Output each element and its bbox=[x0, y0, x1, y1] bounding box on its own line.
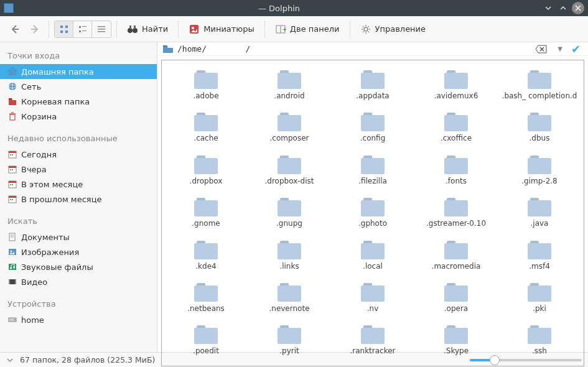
titlebar: — Dolphin bbox=[0, 0, 588, 16]
folder-item[interactable]: .dropbox-dist bbox=[249, 152, 330, 189]
folder-item[interactable]: .gphoto bbox=[332, 194, 413, 231]
folder-item[interactable]: .nv bbox=[332, 279, 413, 317]
minimize-button[interactable] bbox=[542, 2, 554, 14]
folder-item[interactable]: .gnupg bbox=[249, 194, 330, 231]
drive-icon bbox=[7, 315, 17, 325]
view-icons-button[interactable] bbox=[55, 21, 73, 37]
folder-item[interactable]: .Skype bbox=[416, 322, 497, 359]
folder-name: .netbeans bbox=[187, 304, 225, 313]
sidebar-item[interactable]: В этом месяце bbox=[0, 177, 157, 192]
folder-item[interactable]: .android bbox=[249, 67, 330, 104]
folder-item[interactable]: .nevernote bbox=[249, 279, 330, 317]
folder-item[interactable]: .dbus bbox=[499, 109, 580, 146]
folder-item[interactable]: .fonts bbox=[416, 152, 497, 189]
find-button[interactable]: Найти bbox=[122, 21, 173, 37]
folder-icon bbox=[528, 325, 551, 344]
control-button[interactable]: Управление bbox=[355, 21, 431, 37]
svg-rect-39 bbox=[12, 154, 13, 156]
sidebar-item-label: Сегодня bbox=[21, 150, 57, 159]
folder-item[interactable]: .links bbox=[249, 237, 330, 274]
folder-item[interactable]: .pki bbox=[499, 279, 580, 317]
svg-point-64 bbox=[14, 319, 16, 320]
folder-icon bbox=[361, 241, 385, 259]
zoom-slider[interactable] bbox=[470, 359, 582, 361]
svg-rect-2 bbox=[60, 30, 63, 33]
svg-rect-0 bbox=[60, 26, 63, 28]
view-details-button[interactable] bbox=[92, 21, 111, 37]
folder-item[interactable]: .opera bbox=[416, 279, 497, 317]
folder-item[interactable]: .macromedia bbox=[416, 237, 497, 274]
folder-name: .opera bbox=[444, 304, 468, 313]
chevron-down-icon bbox=[544, 4, 553, 12]
sidebar-item[interactable]: В прошлом месяце bbox=[0, 192, 157, 207]
path-dropdown-button[interactable]: ▼ bbox=[555, 45, 565, 52]
folder-icon bbox=[528, 113, 551, 131]
folder-item[interactable]: .netbeans bbox=[166, 279, 246, 317]
folder-item[interactable]: .gimp-2.8 bbox=[499, 152, 580, 189]
folder-item[interactable]: .dropbox bbox=[166, 152, 246, 189]
sidebar-item[interactable]: Корзина bbox=[0, 109, 157, 124]
sidebar-item[interactable]: Изображения bbox=[0, 244, 157, 259]
folder-item[interactable]: .gnome bbox=[166, 194, 246, 231]
separator bbox=[350, 21, 350, 38]
close-button[interactable] bbox=[572, 2, 584, 14]
sidebar-item[interactable]: Сегодня bbox=[0, 147, 157, 162]
sidebar-item[interactable]: Домашняя папка bbox=[0, 64, 157, 79]
confirm-path-button[interactable]: ✔ bbox=[569, 42, 583, 55]
folder-name: .gstreamer-0.10 bbox=[426, 219, 486, 228]
forward-button[interactable] bbox=[26, 21, 44, 38]
back-button[interactable] bbox=[6, 21, 24, 38]
folder-item[interactable]: .kde4 bbox=[166, 237, 246, 274]
zoom-handle[interactable] bbox=[490, 355, 500, 365]
folder-name: .gnupg bbox=[276, 219, 302, 228]
folder-icon bbox=[444, 241, 468, 259]
folder-item[interactable]: .gstreamer-0.10 bbox=[416, 194, 497, 231]
clear-path-button[interactable] bbox=[531, 44, 551, 55]
window-title: — Dolphin bbox=[19, 4, 539, 13]
sidebar-item[interactable]: Документы bbox=[0, 230, 157, 244]
folder-item[interactable]: .appdata bbox=[332, 67, 413, 104]
folder-item[interactable]: .pyrit bbox=[249, 322, 330, 359]
folder-icon bbox=[528, 198, 551, 216]
file-view[interactable]: .adobe.android.appdata.avidemux6.bash_ c… bbox=[161, 60, 584, 366]
svg-rect-45 bbox=[9, 181, 16, 183]
sidebar-item[interactable]: home bbox=[0, 312, 157, 327]
folder-item[interactable]: .avidemux6 bbox=[416, 67, 497, 104]
folder-item[interactable]: .local bbox=[332, 237, 413, 274]
split-button[interactable]: + Две панели bbox=[270, 21, 345, 37]
folder-name: .ranktracker bbox=[350, 346, 395, 355]
view-compact-button[interactable] bbox=[73, 21, 92, 37]
folder-name: .ssh bbox=[532, 346, 547, 355]
maximize-button[interactable] bbox=[557, 2, 569, 14]
toggle-sidebar-button[interactable] bbox=[6, 356, 14, 364]
path-text[interactable]: /home/ / bbox=[177, 44, 528, 53]
folder-item[interactable]: .cache bbox=[166, 109, 246, 146]
folder-item[interactable]: .java bbox=[499, 194, 580, 231]
folder-item[interactable]: .composer bbox=[249, 109, 330, 146]
folder-item[interactable]: .msf4 bbox=[499, 237, 580, 274]
thumbnails-button[interactable]: Миниатюры bbox=[184, 21, 259, 37]
svg-point-12 bbox=[133, 28, 138, 33]
sidebar-item[interactable]: Звуковые файлы bbox=[0, 259, 157, 274]
sidebar-item[interactable]: Сеть bbox=[0, 79, 157, 94]
sidebar-item[interactable]: Вчера bbox=[0, 162, 157, 177]
folder-item[interactable]: .poedit bbox=[166, 322, 246, 359]
sidebar-item[interactable]: Корневая папка bbox=[0, 94, 157, 109]
folder-item[interactable]: .cxoffice bbox=[416, 109, 497, 146]
zoom-fill bbox=[470, 359, 492, 361]
folder-item[interactable]: .filezilla bbox=[332, 152, 413, 189]
folder-item[interactable]: .ssh bbox=[499, 322, 580, 359]
svg-point-11 bbox=[128, 28, 133, 33]
folder-item[interactable]: .ranktracker bbox=[332, 322, 413, 359]
svg-rect-8 bbox=[98, 26, 105, 27]
folder-item[interactable]: .config bbox=[332, 109, 413, 146]
sidebar-item[interactable]: Видео bbox=[0, 274, 157, 289]
folder-icon bbox=[278, 113, 301, 131]
folder-item[interactable]: .adobe bbox=[166, 67, 246, 104]
sidebar-item-label: Видео bbox=[21, 277, 47, 287]
toolbar: Найти Миниатюры + Две панели Управление bbox=[0, 16, 588, 42]
folder-icon bbox=[278, 241, 301, 259]
folder-item[interactable]: .bash_ completion.d bbox=[499, 67, 580, 104]
sidebar: Точки входаДомашняя папкаСетьКорневая па… bbox=[0, 42, 157, 352]
folder-name: .kde4 bbox=[195, 262, 216, 271]
